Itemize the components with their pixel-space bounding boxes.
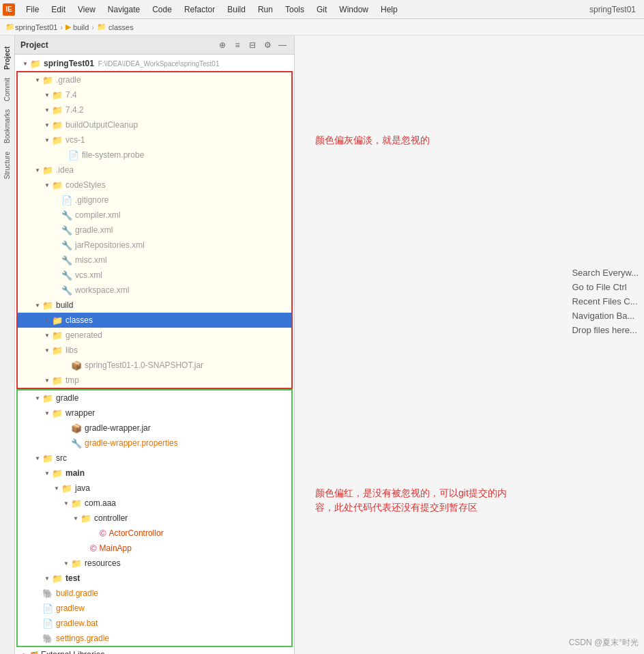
tree-controller[interactable]: 📁 controller <box>18 511 291 526</box>
tree-idea[interactable]: 📁 .idea <box>18 162 291 177</box>
menu-help[interactable]: Help <box>375 3 403 16</box>
header-btn-settings[interactable]: ⚙ <box>261 39 274 51</box>
left-tabs: Project Commit Bookmarks Structure <box>0 35 15 654</box>
tree-gitignore[interactable]: 📄 .gitignore <box>18 193 291 208</box>
tree-buildoutput[interactable]: 📁 buildOutputCleanup <box>18 117 291 132</box>
tree-vcs-xml[interactable]: 🔧 vcs.xml <box>18 268 291 283</box>
menu-refactor[interactable]: Refactor <box>179 3 220 16</box>
tree-src[interactable]: 📁 src <box>18 451 291 466</box>
tree-misc-xml[interactable]: 🔧 misc.xml <box>18 253 291 268</box>
tree-gradle[interactable]: 📁 .gradle <box>18 72 291 87</box>
breadcrumb-build[interactable]: build <box>73 23 89 31</box>
tree-test[interactable]: 📁 test <box>18 571 291 586</box>
tree-compiler-xml[interactable]: 🔧 compiler.xml <box>18 208 291 223</box>
menu-window[interactable]: Window <box>334 3 374 16</box>
menu-navigate[interactable]: Navigate <box>102 3 145 16</box>
tree-jar-file[interactable]: 📦 springTest01-1.0-SNAPSHOT.jar <box>18 358 291 373</box>
header-btn-sort[interactable]: ≡ <box>231 39 244 51</box>
buildoutput-arrow <box>42 120 52 130</box>
shortcut-drop-files[interactable]: Drop files here... <box>572 325 639 335</box>
controller-label: controller <box>94 513 128 523</box>
tree-root[interactable]: 📁 springTest01 F:\IDEA\IDEA_WorkSpace\sp… <box>15 56 294 71</box>
idea-folder-icon: 📁 <box>42 165 53 175</box>
classes-label: classes <box>65 315 93 325</box>
gitignore-label: .gitignore <box>75 195 108 205</box>
tree-jar-xml[interactable]: 🔧 jarRepositories.xml <box>18 238 291 253</box>
tree-mainapp[interactable]: © MainApp <box>18 541 291 556</box>
tree-generated[interactable]: 📁 generated <box>18 328 291 343</box>
74-folder-icon: 📁 <box>52 90 63 100</box>
breadcrumb-classes[interactable]: classes <box>108 23 134 31</box>
ext-libs-icon: 🗂️ <box>30 651 38 655</box>
tree-main[interactable]: 📁 main <box>18 466 291 481</box>
shortcut-recent-files[interactable]: Recent Files C... <box>572 296 639 307</box>
gradlew-bat-label: gradlew.bat <box>56 619 98 628</box>
gradle-xml-arrow <box>52 225 61 235</box>
tree-build-gradle[interactable]: 🐘 build.gradle <box>18 586 291 601</box>
tree-classes[interactable]: 📁 classes <box>18 313 291 328</box>
gradle2-folder-icon: 📁 <box>42 393 53 403</box>
vcs-xml-arrow <box>52 270 61 280</box>
tree-actorcontrollor[interactable]: © ActorControllor <box>18 526 291 541</box>
header-btn-expand[interactable]: ⊕ <box>216 39 229 51</box>
tree-fsprobe[interactable]: 📄 file-system.probe <box>18 147 291 162</box>
tree-resources[interactable]: 📁 resources <box>18 556 291 571</box>
libs-arrow <box>42 345 52 355</box>
header-btn-collapse[interactable]: ⊟ <box>246 39 259 51</box>
wrapper-arrow <box>42 408 52 418</box>
tree-libs[interactable]: 📁 libs <box>18 343 291 358</box>
tree-build[interactable]: 📁 build <box>18 298 291 313</box>
gradle-wrapper-jar-label: gradle-wrapper.jar <box>85 423 151 433</box>
tree-wrapper[interactable]: 📁 wrapper <box>18 406 291 421</box>
gradlew-icon: 📄 <box>42 603 53 614</box>
breadcrumb-root[interactable]: springTest01 <box>15 23 57 31</box>
tree-tmp[interactable]: 📁 tmp <box>18 373 291 388</box>
tree-gradlew-bat[interactable]: 📄 gradlew.bat <box>18 616 291 631</box>
left-tab-structure[interactable]: Structure <box>2 147 12 184</box>
tmp-label: tmp <box>65 375 79 385</box>
comaaa-folder-icon: 📁 <box>71 498 82 509</box>
menu-build[interactable]: Build <box>222 3 251 16</box>
header-btn-minimize[interactable]: — <box>276 39 289 51</box>
shortcut-nav-bar[interactable]: Navigation Ba... <box>572 311 639 321</box>
tree-gradle-wrapper-props[interactable]: 🔧 gradle-wrapper.properties <box>18 436 291 451</box>
menu-view[interactable]: View <box>72 3 101 16</box>
menu-code[interactable]: Code <box>147 3 177 16</box>
menu-run[interactable]: Run <box>252 3 278 16</box>
codestyles-folder-icon: 📁 <box>52 180 63 190</box>
idea-arrow <box>33 165 42 175</box>
gradle-wrapper-props-label: gradle-wrapper.properties <box>85 438 178 448</box>
left-tab-commit[interactable]: Commit <box>2 74 12 105</box>
gradle2-label: gradle <box>56 393 78 403</box>
shortcut-search[interactable]: Search Everyw... <box>572 268 639 278</box>
tree-java[interactable]: 📁 java <box>18 481 291 496</box>
tree-gradle-wrapper-jar[interactable]: 📦 gradle-wrapper.jar <box>18 421 291 436</box>
tree-gradle-xml[interactable]: 🔧 gradle.xml <box>18 223 291 238</box>
menu-tools[interactable]: Tools <box>280 3 310 16</box>
tree-settings-gradle[interactable]: 🐘 settings.gradle <box>18 631 291 646</box>
tree-gradlew[interactable]: 📄 gradlew <box>18 601 291 616</box>
build-arrow <box>33 300 42 310</box>
menu-file[interactable]: File <box>20 3 44 16</box>
tree-74[interactable]: 📁 7.4 <box>18 87 291 102</box>
tree-codestyles[interactable]: 📁 codeStyles <box>18 177 291 193</box>
gradle-xml-icon: 🔧 <box>61 225 72 236</box>
shortcut-goto-file[interactable]: Go to File Ctrl <box>572 282 639 292</box>
tree-external-libs[interactable]: 🗂️ External Libraries <box>15 647 294 654</box>
tree-gradle2[interactable]: 📁 gradle <box>18 390 291 406</box>
menu-edit[interactable]: Edit <box>46 3 71 16</box>
green-border-section: 📁 gradle 📁 wrapper 📦 gradle-wrapper.jar <box>16 389 293 647</box>
actorcontrollor-arrow <box>90 528 100 538</box>
tree-vcs1[interactable]: 📁 vcs-1 <box>18 132 291 147</box>
left-tab-project[interactable]: Project <box>2 42 12 74</box>
tree-workspace-xml[interactable]: 🔧 workspace.xml <box>18 283 291 298</box>
comaaa-arrow <box>61 498 71 508</box>
menu-git[interactable]: Git <box>311 3 332 16</box>
tree-comaaa[interactable]: 📁 com.aaa <box>18 496 291 511</box>
jar-file-label: springTest01-1.0-SNAPSHOT.jar <box>85 360 203 370</box>
mainapp-label: MainApp <box>100 543 132 553</box>
workspace-icon: 🔧 <box>61 285 72 296</box>
left-tab-bookmarks[interactable]: Bookmarks <box>2 105 12 147</box>
tree-742[interactable]: 📁 7.4.2 <box>18 102 291 117</box>
actorcontrollor-label: ActorControllor <box>109 528 164 538</box>
